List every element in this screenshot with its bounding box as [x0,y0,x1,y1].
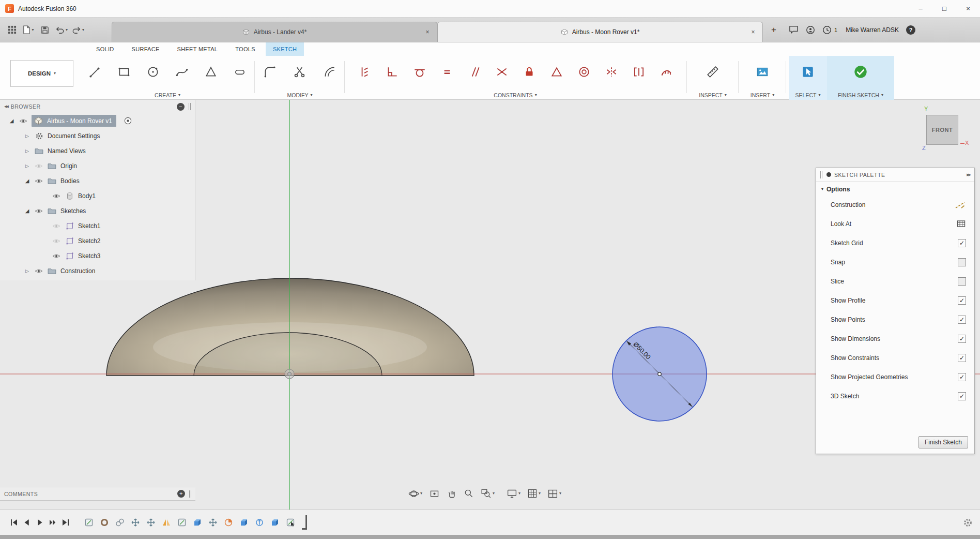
finish-sketch-group[interactable]: FINISH SKETCH▾ [827,56,894,100]
expand-arrow-icon[interactable]: ◢ [24,208,30,214]
browser-item-label[interactable]: Bodies [60,177,80,185]
visibility-eye-icon[interactable] [34,178,43,184]
insert-group-label[interactable]: INSERT [751,92,770,98]
symmetry-constraint-icon[interactable] [603,63,620,81]
show-constraints-checkbox[interactable]: ✓ [958,354,966,362]
timeline-feature-move-icon[interactable] [207,517,219,528]
browser-item-label[interactable]: Body1 [78,192,96,200]
browser-row-bodies[interactable]: ◢ Bodies [0,173,195,188]
timeline-feature-offset-icon[interactable] [254,517,265,528]
collapse-panel-icon[interactable]: ▶▶ [967,173,970,177]
browser-item-label[interactable]: Sketch3 [78,252,100,260]
tab-surface[interactable]: SURFACE [125,42,167,56]
expand-arrow-icon[interactable]: ▷ [24,133,30,139]
collapse-panel-icon[interactable]: ◀◀ [4,104,8,109]
tab-tools[interactable]: TOOLS [228,42,263,56]
viewports-icon[interactable]: ▾ [546,487,562,500]
grid-settings-icon[interactable]: ▾ [526,487,542,500]
measure-tool-icon[interactable] [704,63,722,81]
browser-row-sketch1[interactable]: Sketch1 [0,218,195,233]
sketch-circle[interactable]: Ø50.00 [612,327,707,421]
timeline-play-icon[interactable] [33,516,46,529]
timeline-feature-extrude-icon[interactable] [192,517,203,528]
pan-hand-icon[interactable] [446,487,458,500]
visibility-eye-icon[interactable] [34,208,43,214]
concentric-constraint-icon[interactable] [575,63,593,81]
curvature-constraint-icon[interactable] [657,63,675,81]
timeline-feature-active-sketch-icon[interactable] [285,517,296,528]
view-cube-front-face[interactable]: FRONT [926,115,958,145]
minimize-panel-icon[interactable]: − [177,103,185,111]
fillet-tool-icon[interactable] [261,63,279,81]
panel-resize-grip[interactable] [189,490,191,498]
new-document-tab-button[interactable]: + [767,23,780,37]
close-button[interactable]: × [956,0,980,17]
job-status-clock-icon[interactable] [822,25,832,35]
zoom-icon[interactable] [463,487,475,500]
browser-item-label[interactable]: Origin [60,162,77,170]
browser-item-label[interactable]: Sketch1 [78,222,100,230]
timeline-skip-to-start-icon[interactable] [7,516,20,529]
tab-sheet-metal[interactable]: SHEET METAL [170,42,225,56]
help-icon[interactable]: ? [906,25,915,35]
timeline-feature-extrude-icon[interactable] [238,517,250,528]
polygon-tool-icon[interactable] [202,63,220,81]
slice-checkbox[interactable]: ✓ [958,277,966,286]
sketch-grid-checkbox[interactable]: ✓ [958,239,966,247]
orbit-icon[interactable]: ▾ [407,487,423,500]
spline-tool-icon[interactable] [173,63,191,81]
trim-tool-icon[interactable] [291,63,309,81]
timeline-feature-sketch-icon[interactable] [114,517,126,528]
select-tool-icon[interactable] [799,63,817,81]
show-points-checkbox[interactable]: ✓ [958,316,966,324]
user-account-label[interactable]: Mike Warren ADSK [846,26,899,34]
browser-root-selection[interactable]: Airbus - Moon Rover v1 [32,115,116,127]
browser-row-sketches[interactable]: ◢ Sketches [0,203,195,218]
zoom-window-icon[interactable]: ▾ [480,487,496,500]
close-icon[interactable]: × [423,28,432,36]
line-tool-icon[interactable] [86,63,104,81]
constraints-group-label[interactable]: CONSTRAINTS [494,92,532,98]
browser-row-construction[interactable]: ▷ Construction [0,263,195,278]
visibility-eye-icon[interactable] [52,238,61,244]
look-at-icon[interactable] [956,220,966,228]
parallel-constraint-icon[interactable] [466,63,483,81]
browser-item-label[interactable]: Airbus - Moon Rover v1 [47,117,112,125]
timeline-feature-move-icon[interactable] [130,517,141,528]
show-dimensions-checkbox[interactable]: ✓ [958,335,966,343]
browser-item-label[interactable]: Sketches [60,207,86,215]
browser-row-sketch2[interactable]: Sketch2 [0,233,195,248]
view-cube[interactable]: Y FRONT X Z [923,108,970,155]
minimize-button[interactable]: – [909,0,932,17]
inspect-group-label[interactable]: INSPECT [699,92,723,98]
construction-line-icon[interactable] [955,201,966,209]
expand-arrow-icon[interactable]: ▷ [24,148,30,154]
finish-sketch-group-label[interactable]: FINISH SKETCH [838,92,879,98]
timeline-feature-extrude-icon[interactable] [269,517,281,528]
select-group-label[interactable]: SELECT [795,92,817,98]
finish-sketch-check-icon[interactable] [852,63,869,81]
look-at-view-icon[interactable] [428,487,441,500]
tab-sketch[interactable]: SKETCH [266,42,304,56]
finish-sketch-button[interactable]: Finish Sketch [918,436,968,448]
browser-row-origin[interactable]: ▷ Origin [0,158,195,173]
browser-item-label[interactable]: Construction [60,267,95,275]
maximize-button[interactable]: □ [932,0,956,17]
offset-tool-icon[interactable] [321,63,339,81]
fix-constraint-icon[interactable] [520,63,538,81]
assistant-icon[interactable] [806,25,815,35]
coincident-constraint-icon[interactable] [493,63,511,81]
circle-tool-icon[interactable] [144,63,162,81]
horizontal-vertical-constraint-icon[interactable] [356,63,374,81]
visibility-eye-icon[interactable] [34,268,43,274]
section-expand-icon[interactable]: ▾ [821,187,823,191]
origin-point[interactable] [285,369,294,379]
expand-arrow-icon[interactable]: ◢ [24,178,30,184]
panel-resize-grip[interactable] [820,171,822,178]
redo-icon[interactable]: ▾ [71,22,85,38]
browser-row-body1[interactable]: Body1 [0,188,195,203]
browser-row-named-views[interactable]: ▷ Named Views [0,143,195,158]
timeline-feature-mirror-icon[interactable] [161,517,172,528]
visibility-eye-icon[interactable] [52,253,61,259]
insert-image-icon[interactable] [754,63,771,81]
